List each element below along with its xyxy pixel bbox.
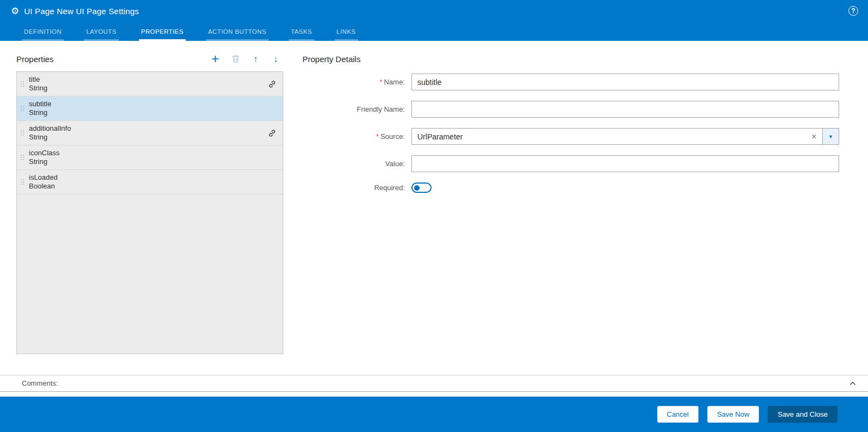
- required-field-row: Required:: [302, 182, 839, 193]
- details-title: Property Details: [302, 54, 361, 64]
- friendly-name-field[interactable]: [411, 101, 839, 118]
- required-label: Required:: [302, 184, 411, 192]
- comments-bar: Comments:: [0, 375, 868, 392]
- trash-icon: [232, 54, 240, 63]
- required-toggle[interactable]: [411, 182, 432, 193]
- gear-icon: ⚙: [11, 7, 19, 16]
- chevron-down-icon[interactable]: ▼: [822, 129, 839, 144]
- settings-dialog: ⚙ UI Page New UI Page Settings ? DEFINIT…: [0, 0, 868, 432]
- friendly-name-field-row: Friendly Name:: [302, 101, 839, 118]
- cancel-button[interactable]: Cancel: [657, 406, 699, 423]
- tab-properties[interactable]: PROPERTIES: [139, 28, 186, 41]
- source-field-row: *Source: × ▼: [302, 128, 839, 145]
- value-field-row: Value:: [302, 155, 839, 172]
- delete-property-button[interactable]: [230, 53, 241, 65]
- property-type: String: [29, 157, 59, 166]
- chevron-up-icon: [848, 379, 857, 388]
- name-label: Name:: [384, 78, 405, 86]
- drag-handle-icon[interactable]: [21, 81, 24, 87]
- properties-toolbar: + ↑ ↓: [210, 53, 283, 65]
- tab-links[interactable]: LINKS: [335, 28, 358, 41]
- comments-label: Comments:: [22, 379, 58, 387]
- source-field[interactable]: [412, 129, 806, 144]
- property-name: iconClass: [29, 149, 59, 157]
- move-up-button[interactable]: ↑: [250, 53, 261, 65]
- footer-spacer: [0, 392, 868, 397]
- tab-tasks[interactable]: TASKS: [289, 28, 314, 41]
- drag-handle-icon[interactable]: [21, 106, 24, 112]
- main-content: Properties + ↑ ↓: [0, 41, 868, 375]
- required-marker: *: [380, 78, 383, 86]
- link-icon: [268, 80, 276, 88]
- properties-panel-header: Properties + ↑ ↓: [16, 51, 283, 67]
- properties-list: title String subtitle: [16, 71, 283, 354]
- property-type: String: [29, 108, 51, 117]
- property-name: isLoaded: [29, 173, 58, 182]
- link-icon: [268, 129, 276, 137]
- value-field[interactable]: [411, 155, 839, 172]
- property-type: Boolean: [29, 182, 58, 191]
- drag-handle-icon[interactable]: [21, 179, 24, 185]
- tab-definition[interactable]: DEFINITION: [22, 28, 64, 41]
- property-type: String: [29, 84, 47, 93]
- value-label: Value:: [302, 160, 411, 168]
- property-row-iconclass[interactable]: iconClass String: [17, 145, 283, 170]
- add-property-button[interactable]: +: [210, 53, 221, 65]
- property-row-additionalinfo[interactable]: additionalInfo String: [17, 121, 283, 145]
- properties-panel: Properties + ↑ ↓: [16, 51, 283, 375]
- property-row-title[interactable]: title String: [17, 72, 283, 96]
- footer: Cancel Save Now Save and Close: [0, 397, 868, 432]
- page-title: UI Page New UI Page Settings: [24, 7, 139, 16]
- source-combobox: × ▼: [411, 128, 839, 145]
- properties-panel-title: Properties: [16, 54, 53, 64]
- tab-bar: DEFINITION LAYOUTS PROPERTIES ACTION BUT…: [0, 22, 868, 41]
- property-details-panel: Property Details *Name: Friendly Name:: [283, 51, 839, 375]
- property-row-subtitle[interactable]: subtitle String: [17, 96, 283, 121]
- property-row-isloaded[interactable]: isLoaded Boolean: [17, 170, 283, 194]
- friendly-name-label: Friendly Name:: [302, 105, 411, 113]
- property-name: subtitle: [29, 100, 51, 108]
- property-type: String: [29, 133, 71, 142]
- required-marker: *: [376, 132, 379, 141]
- property-details-form: *Name: Friendly Name: *Source:: [302, 74, 839, 203]
- source-label: Source:: [380, 132, 405, 141]
- tab-action-buttons[interactable]: ACTION BUTTONS: [206, 28, 269, 41]
- property-name: additionalInfo: [29, 124, 71, 133]
- name-field[interactable]: [411, 74, 839, 90]
- name-field-row: *Name:: [302, 74, 839, 90]
- tab-layouts[interactable]: LAYOUTS: [84, 28, 119, 41]
- save-now-button[interactable]: Save Now: [707, 406, 759, 423]
- help-icon[interactable]: ?: [848, 6, 858, 16]
- drag-handle-icon[interactable]: [21, 130, 24, 136]
- drag-handle-icon[interactable]: [21, 155, 24, 161]
- save-and-close-button[interactable]: Save and Close: [768, 406, 837, 423]
- move-down-button[interactable]: ↓: [270, 53, 281, 65]
- clear-icon[interactable]: ×: [806, 129, 822, 144]
- header: ⚙ UI Page New UI Page Settings ?: [0, 0, 868, 22]
- property-name: title: [29, 75, 47, 84]
- details-header: Property Details: [302, 51, 839, 67]
- collapse-comments-button[interactable]: [848, 379, 857, 388]
